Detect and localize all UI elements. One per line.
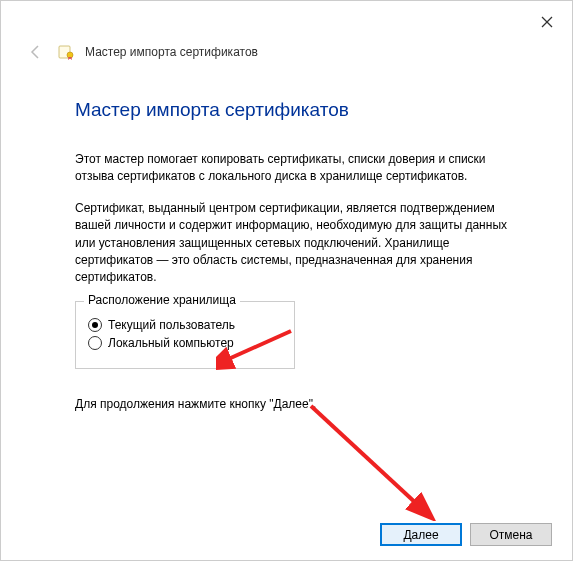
intro-paragraph-1: Этот мастер помогает копировать сертифик… <box>75 151 512 186</box>
groupbox-legend: Расположение хранилища <box>84 293 240 307</box>
radio-local-computer[interactable]: Локальный компьютер <box>88 336 282 350</box>
annotation-arrow-2 <box>301 401 441 521</box>
header-row: Мастер импорта сертификатов <box>1 41 572 67</box>
radio-local-computer-label: Локальный компьютер <box>108 336 234 350</box>
content-area: Мастер импорта сертификатов Этот мастер … <box>1 67 572 411</box>
titlebar <box>1 1 572 41</box>
wizard-window: Мастер импорта сертификатов Мастер импор… <box>0 0 573 561</box>
store-location-groupbox: Расположение хранилища Текущий пользоват… <box>75 301 295 369</box>
footer-buttons: Далее Отмена <box>380 523 552 546</box>
radio-current-user[interactable]: Текущий пользователь <box>88 318 282 332</box>
close-icon <box>541 16 553 28</box>
radio-icon <box>88 336 102 350</box>
back-button[interactable] <box>25 41 47 63</box>
svg-line-5 <box>311 406 419 506</box>
close-button[interactable] <box>534 9 560 35</box>
back-arrow-icon <box>28 44 44 60</box>
cancel-button[interactable]: Отмена <box>470 523 552 546</box>
radio-current-user-label: Текущий пользователь <box>108 318 235 332</box>
radio-icon <box>88 318 102 332</box>
intro-paragraph-2: Сертификат, выданный центром сертификаци… <box>75 200 512 287</box>
certificate-icon <box>57 43 75 61</box>
next-button[interactable]: Далее <box>380 523 462 546</box>
page-heading: Мастер импорта сертификатов <box>75 99 512 121</box>
header-title: Мастер импорта сертификатов <box>85 45 258 59</box>
continue-instruction: Для продолжения нажмите кнопку "Далее". <box>75 397 512 411</box>
